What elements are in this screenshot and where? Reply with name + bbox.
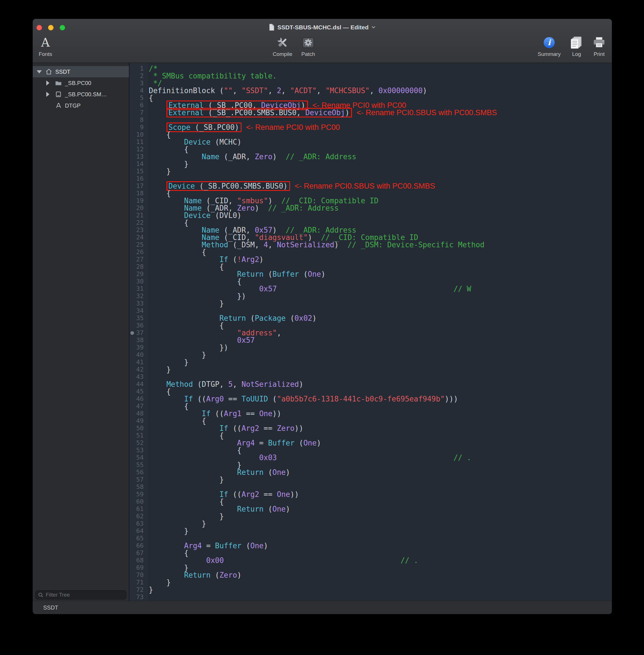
sidebar-item-sb-pc00[interactable]: _SB.PC00 (33, 77, 129, 89)
code-line[interactable]: 2 * SMBus compatibility table. (129, 72, 612, 80)
code-line[interactable]: 63 } (129, 520, 612, 527)
code-line[interactable]: 34 (129, 307, 612, 315)
line-number: 58 (129, 483, 149, 491)
code-line[interactable]: 69 } (129, 564, 612, 571)
code-line[interactable]: 36 { (129, 322, 612, 329)
line-number: 71 (129, 579, 149, 586)
window-header: SSDT-SBUS-MCHC.dsl — Edited A Fonts (33, 19, 612, 63)
line-number: 13 (129, 153, 149, 160)
code-line[interactable]: 68 0x00 // . (129, 557, 612, 564)
code-line[interactable]: 32 }) (129, 293, 612, 300)
code-line[interactable]: 71 } (129, 579, 612, 586)
code-line[interactable]: 24 Name (_CID, "diagsvault") // _CID: Co… (129, 234, 612, 241)
code-line[interactable]: 58 (129, 483, 612, 491)
code-line[interactable]: 72} (129, 586, 612, 593)
zoom-window-button[interactable] (60, 25, 65, 30)
code-line[interactable]: 48 If ((Arg1 == One)) (129, 410, 612, 417)
annotation-box: Device (_SB.PC00.SMBS.BUS0) (166, 181, 291, 191)
code-line[interactable]: 41 } (129, 359, 612, 366)
code-line[interactable]: 17 Device (_SB.PC00.SMBS.BUS0)<- Rename … (129, 182, 612, 190)
code-line[interactable]: 56 Return (One) (129, 469, 612, 476)
disclosure-triangle-right[interactable] (46, 81, 55, 86)
code-line[interactable]: 40 } (129, 351, 612, 359)
code-line[interactable]: 66 Arg4 = Buffer (One) (129, 542, 612, 549)
annotation-text: <- Rename PCI0 with PC00 (246, 123, 340, 132)
fonts-button[interactable]: A Fonts (32, 35, 67, 57)
code-line[interactable]: 27 If (!Arg2) (129, 256, 612, 263)
disclosure-triangle-right[interactable] (46, 92, 55, 97)
patch-button[interactable]: Patch (287, 35, 329, 57)
code-line[interactable]: 52 Arg4 = Buffer (One) (129, 439, 612, 447)
code-line[interactable]: 29 Return (Buffer (One) (129, 270, 612, 278)
code-line[interactable]: 54 0x03 // . (129, 454, 612, 461)
code-line[interactable]: 11 Device (MCHC) (129, 138, 612, 146)
code-line[interactable]: 70 Return (Zero) (129, 571, 612, 579)
filter-tree-field[interactable] (35, 590, 127, 600)
filter-tree-input[interactable] (45, 591, 124, 598)
code-line[interactable]: 55 } (129, 461, 612, 469)
code-line[interactable]: 25 Method (_DSM, 4, NotSerialized) // _D… (129, 241, 612, 248)
line-number: 51 (129, 432, 149, 439)
line-number: 10 (129, 131, 149, 138)
code-line[interactable]: 59 If ((Arg2 == One)) (129, 491, 612, 498)
sidebar-item-label: SSDT (55, 69, 70, 75)
code-line[interactable]: 57 } (129, 476, 612, 483)
code-line[interactable]: 64 } (129, 527, 612, 535)
minimize-window-button[interactable] (48, 25, 54, 30)
code-line[interactable]: 62 } (129, 513, 612, 520)
code-line[interactable]: 12 { (129, 146, 612, 153)
code-line[interactable]: 35 Return (Package (0x02) (129, 315, 612, 322)
code-line[interactable]: 7 External (_SB_.PC00.SMBS.BUS0, DeviceO… (129, 109, 612, 116)
code-line[interactable]: 45 { (129, 388, 612, 395)
code-line[interactable]: 51 { (129, 432, 612, 439)
line-number: 27 (129, 256, 149, 263)
code-line[interactable]: 60 { (129, 498, 612, 505)
code-line[interactable]: 50 If ((Arg2 == Zero)) (129, 425, 612, 432)
sidebar-item-sb-pc00-smbs[interactable]: _SB.PC00.SM… (33, 89, 129, 100)
code-line[interactable]: 67 { (129, 549, 612, 557)
code-line[interactable]: 47 { (129, 403, 612, 410)
chevron-down-icon[interactable] (371, 26, 376, 29)
disclosure-triangle-down[interactable] (37, 70, 45, 73)
code-line[interactable]: 38 0x57 (129, 337, 612, 344)
line-number: 31 (129, 285, 149, 293)
code-line[interactable]: 22 { (129, 219, 612, 226)
code-line[interactable]: 46 If ((Arg0 == ToUUID ("a0b5b7c6-1318-4… (129, 395, 612, 403)
code-line[interactable]: 1/* (129, 65, 612, 72)
code-line[interactable]: 26 { (129, 248, 612, 256)
annotation-text: <- Rename PCI0.SBUS with PC00.SMBS (356, 108, 497, 117)
code-line[interactable]: 14 } (129, 160, 612, 168)
code-line[interactable]: 21 Device (DVL0) (129, 212, 612, 219)
sidebar-item-dtgp[interactable]: DTGP (33, 100, 129, 111)
code-line[interactable]: 73 (129, 593, 612, 601)
code-line[interactable]: 49 { (129, 417, 612, 425)
code-line[interactable]: 43 (129, 373, 612, 381)
code-line[interactable]: 20 Name (_ADR, Zero) // _ADR: Address (129, 204, 612, 212)
code-line[interactable]: 61 Return (One) (129, 505, 612, 513)
print-button[interactable]: Print (578, 35, 612, 57)
line-number: 4 (129, 87, 149, 94)
code-line[interactable]: 44 Method (DTGP, 5, NotSerialized) (129, 381, 612, 388)
code-lines: 1/*2 * SMBus compatibility table.3 */4De… (129, 65, 612, 601)
code-line[interactable]: 31 0x57 // W (129, 285, 612, 293)
line-number: 1 (129, 65, 149, 72)
code-line[interactable]: 53 { (129, 447, 612, 454)
code-line[interactable]: 30 { (129, 278, 612, 285)
code-line[interactable]: 13 Name (_ADR, Zero) // _ADR: Address (129, 153, 612, 160)
code-line[interactable]: 4DefinitionBlock ("", "SSDT", 2, "ACDT",… (129, 87, 612, 94)
code-line[interactable]: 65 (129, 535, 612, 542)
close-window-button[interactable] (37, 25, 42, 30)
code-line[interactable]: 39 }) (129, 344, 612, 351)
code-line[interactable]: 28 { (129, 263, 612, 270)
code-line[interactable]: 33 } (129, 300, 612, 307)
sidebar-item-ssdt[interactable]: SSDT (33, 66, 129, 77)
code-line[interactable]: 15 } (129, 168, 612, 175)
code-line[interactable]: 23 Name (_ADR, 0x57) // _ADR: Address (129, 226, 612, 234)
code-editor[interactable]: 1/*2 * SMBus compatibility table.3 */4De… (129, 63, 612, 601)
code-line[interactable]: 9 Scope (_SB.PC00)<- Rename PCI0 with PC… (129, 124, 612, 131)
code-line[interactable]: 37 "address", (129, 329, 612, 337)
printer-icon (592, 35, 606, 50)
code-line[interactable]: 19 Name (_CID, "smbus") // _CID: Compati… (129, 197, 612, 204)
code-line[interactable]: 3 */ (129, 80, 612, 87)
code-line[interactable]: 42 } (129, 366, 612, 373)
